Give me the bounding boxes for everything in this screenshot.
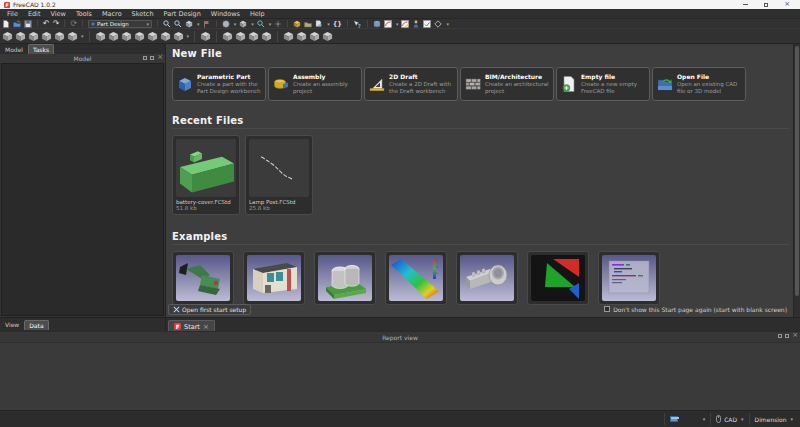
selection-view-icon[interactable] (257, 20, 265, 28)
chevron-down-icon[interactable]: ▾ (269, 21, 272, 27)
redo-icon[interactable]: ↷ (53, 20, 60, 28)
part-design-tool-icon[interactable] (134, 31, 145, 42)
chevron-down-icon[interactable]: ▾ (197, 21, 200, 27)
part-design-tool-icon[interactable] (41, 31, 52, 42)
status-unit-selector[interactable]: ▾ (664, 413, 710, 425)
tab-model[interactable]: Model (1, 45, 27, 54)
part-design-tool-icon[interactable] (121, 31, 132, 42)
chevron-down-icon[interactable]: ▾ (251, 21, 254, 27)
save-icon[interactable] (24, 20, 32, 28)
card-parametric-part[interactable]: Parametric Part Create a part with the P… (172, 67, 266, 101)
part-design-tool-icon[interactable] (54, 31, 65, 42)
example-card-color-triangles[interactable] (527, 251, 589, 305)
new-file-icon[interactable] (2, 20, 10, 28)
navigation-style-selector[interactable]: CAD ▾ (710, 413, 748, 425)
part-design-tool-icon[interactable] (95, 31, 106, 42)
map-sketch-icon[interactable] (412, 20, 420, 28)
part-design-tool-icon[interactable] (2, 31, 13, 42)
export-icon[interactable] (315, 20, 323, 28)
dimension-selector[interactable]: Dimension ▾ (749, 413, 798, 425)
refresh-icon[interactable]: ⟳ (70, 20, 77, 28)
maximize-icon[interactable] (764, 3, 768, 7)
example-card-clamp[interactable] (456, 251, 518, 305)
part-icon[interactable] (293, 20, 301, 28)
open-file-icon[interactable] (13, 20, 21, 28)
chevron-down-icon[interactable]: ▾ (187, 33, 190, 39)
dock-undock-icon[interactable] (785, 334, 789, 338)
report-view-content[interactable] (0, 342, 800, 410)
part-design-tool-icon[interactable] (28, 31, 39, 42)
card-empty-file[interactable]: Empty file Create a new empty FreeCAD fi… (556, 67, 650, 101)
part-design-tool-icon[interactable] (160, 31, 171, 42)
chevron-down-icon[interactable]: ▾ (396, 21, 399, 27)
validate-sketch-icon[interactable] (423, 20, 431, 28)
menu-view[interactable]: View (45, 10, 70, 18)
draw-style-icon[interactable] (222, 20, 230, 28)
start-page-scrollbar[interactable] (793, 44, 800, 317)
dock-float-icon[interactable] (778, 334, 782, 338)
menu-file[interactable]: File (2, 10, 23, 18)
axis-cross-icon[interactable] (274, 20, 282, 28)
example-card-excavator[interactable] (172, 251, 234, 305)
model-tree[interactable] (1, 63, 164, 316)
expression-braces-icon[interactable]: {} (333, 20, 342, 28)
menu-windows[interactable]: Windows (206, 10, 245, 18)
view-cube-icon[interactable] (239, 20, 247, 28)
workbench-selector[interactable]: Part Design ▾ (88, 20, 152, 28)
create-datum-icon[interactable] (434, 20, 442, 28)
paint-view-icon[interactable] (203, 20, 211, 28)
menu-part-design[interactable]: Part Design (159, 10, 206, 18)
part-design-tool-icon[interactable] (283, 31, 294, 42)
card-2d-draft[interactable]: 2D Draft Create a 2D Draft with the Draf… (364, 67, 458, 101)
dock-undock-icon[interactable] (150, 56, 154, 60)
part-design-tool-icon[interactable] (248, 31, 259, 42)
menu-help[interactable]: Help (245, 10, 270, 18)
recent-file-card[interactable]: battery-cover.FCStd 51.8 kb (172, 135, 240, 215)
scrollbar-thumb[interactable] (795, 46, 799, 296)
menu-edit[interactable]: Edit (23, 10, 46, 18)
close-icon[interactable]: × (784, 2, 790, 7)
part-design-tool-icon[interactable] (261, 31, 272, 42)
card-bim-architecture[interactable]: BIM/Architecture Create an architectural… (460, 67, 554, 101)
create-sketch-icon[interactable] (384, 20, 392, 28)
chevron-down-icon[interactable]: ▾ (446, 21, 449, 27)
zoom-in-icon[interactable] (163, 20, 171, 28)
part-design-tool-icon[interactable] (235, 31, 246, 42)
chevron-down-icon[interactable]: ▾ (234, 21, 237, 27)
part-design-tool-icon[interactable] (173, 31, 184, 42)
minimize-icon[interactable] (743, 4, 748, 5)
example-card-pump[interactable] (314, 251, 376, 305)
menu-tools[interactable]: Tools (71, 10, 97, 18)
part-design-tool-icon[interactable] (222, 31, 233, 42)
menu-sketch[interactable]: Sketch (127, 10, 159, 18)
part-design-tool-icon[interactable] (147, 31, 158, 42)
whats-this-icon[interactable]: ? (353, 20, 362, 28)
menu-macro[interactable]: Macro (97, 10, 127, 18)
part-design-tool-icon[interactable] (322, 31, 333, 42)
card-assembly[interactable]: Assembly Create an assembly project (268, 67, 362, 101)
part-design-tool-icon[interactable] (296, 31, 307, 42)
edit-sketch-icon[interactable] (401, 20, 409, 28)
part-design-tool-icon[interactable] (67, 31, 78, 42)
dont-show-checkbox[interactable] (604, 306, 610, 312)
group-folder-icon[interactable] (304, 20, 312, 28)
part-design-tool-icon[interactable] (108, 31, 119, 42)
dock-close-icon[interactable]: × (157, 55, 163, 60)
tab-close-icon[interactable]: × (203, 324, 209, 330)
tab-view[interactable]: View (1, 320, 23, 329)
tab-tasks[interactable]: Tasks (28, 44, 54, 54)
open-first-start-button[interactable]: Open first start setup (168, 304, 251, 315)
dock-float-icon[interactable] (143, 56, 147, 60)
tab-data[interactable]: Data (24, 320, 48, 330)
create-body-icon[interactable] (373, 20, 381, 28)
isometric-view-icon[interactable] (185, 20, 193, 28)
example-card-house[interactable] (243, 251, 305, 305)
undo-icon[interactable]: ↶ (43, 20, 50, 28)
chevron-down-icon[interactable]: ▾ (81, 33, 84, 39)
zoom-out-icon[interactable] (174, 20, 182, 28)
chevron-down-icon[interactable]: ▾ (327, 21, 330, 27)
dont-show-option[interactable]: Don't show this Start page again (start … (604, 306, 787, 313)
card-open-file[interactable]: Open File Open an existing CAD file or 3… (652, 67, 746, 101)
part-design-tool-icon[interactable] (15, 31, 26, 42)
part-design-tool-icon[interactable] (309, 31, 320, 42)
